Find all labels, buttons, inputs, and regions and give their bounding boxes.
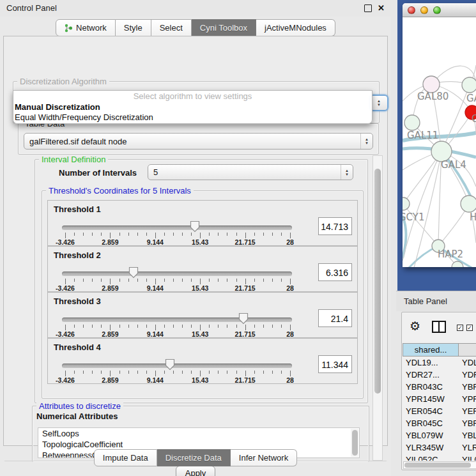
table-cell[interactable]: YBR0 bbox=[459, 417, 476, 429]
table-panel-body: ⚙ ✓ ✓ shared...na YDL19...YDL1YDR27...YD… bbox=[401, 312, 476, 470]
table-cell[interactable]: YIL0 bbox=[459, 454, 476, 461]
checkbox-icon[interactable]: ✓ bbox=[457, 325, 463, 331]
apply-button[interactable]: Apply bbox=[176, 466, 215, 476]
zoom-traffic-light-icon[interactable] bbox=[433, 6, 441, 14]
network-nodes bbox=[403, 76, 476, 267]
network-node[interactable] bbox=[404, 115, 420, 130]
table-data-group: Table Data galFiltered.sif default node … bbox=[18, 123, 379, 155]
table-row[interactable]: YBL079WYBL0 bbox=[403, 429, 476, 441]
network-node-label: GA bbox=[466, 93, 476, 104]
numerical-attributes-label: Numerical Attributes bbox=[36, 411, 118, 421]
algorithm-option[interactable]: Manual Discretization bbox=[13, 102, 372, 112]
threshold-slider-track[interactable] bbox=[62, 318, 292, 322]
table-cell[interactable]: YLR3 bbox=[459, 441, 476, 454]
tab-style[interactable]: Style bbox=[116, 19, 151, 36]
scrollbar-thumb[interactable] bbox=[404, 463, 471, 468]
tab-jactivemnodules[interactable]: jActiveMNodules bbox=[256, 19, 335, 36]
table-hscrollbar[interactable] bbox=[403, 461, 476, 469]
table-cell[interactable]: YDR2 bbox=[459, 369, 476, 381]
table-data-combo[interactable]: galFiltered.sif default node ▲▼ bbox=[24, 133, 373, 150]
table-cell[interactable]: YLR345W bbox=[403, 441, 459, 454]
table-row[interactable]: YIL052CYIL0 bbox=[403, 454, 476, 461]
columns-icon[interactable] bbox=[432, 321, 446, 333]
network-node-label: C bbox=[472, 113, 476, 125]
table-cell[interactable]: YDR27... bbox=[403, 369, 459, 381]
table-row[interactable]: YDL19...YDL1 bbox=[403, 357, 476, 369]
table-data-combo-value: galFiltered.sif default node bbox=[24, 137, 360, 146]
threshold-panel: Threshold 4-3.4262.8599.14415.4321.71528… bbox=[47, 338, 358, 384]
table-row[interactable]: YLR345WYLR3 bbox=[403, 441, 476, 454]
table-cell[interactable]: YBR045C bbox=[403, 417, 459, 429]
table-row[interactable]: YDR27...YDR2 bbox=[403, 369, 476, 381]
number-of-intervals-combo[interactable]: 5 ▲▼ bbox=[148, 164, 353, 180]
threshold-slider-track[interactable] bbox=[62, 226, 292, 230]
table-cell[interactable]: YBL0 bbox=[459, 429, 476, 441]
table-cell[interactable]: YPR145W bbox=[403, 393, 459, 405]
tab-label: Network bbox=[76, 20, 107, 36]
tab-discretize-data[interactable]: Discretize Data bbox=[157, 449, 231, 466]
threshold-value-field[interactable]: 21.4 bbox=[318, 309, 352, 327]
cyni-toolbox-content: Discretization Algorithm ▲▼ Select algor… bbox=[3, 36, 388, 446]
table-cell[interactable]: YDL1 bbox=[459, 357, 476, 369]
close-traffic-light-icon[interactable] bbox=[408, 6, 415, 14]
close-panel-icon[interactable]: ✕ bbox=[378, 5, 385, 12]
threshold-slider-thumb[interactable] bbox=[238, 312, 249, 325]
tab-network[interactable]: Network bbox=[56, 19, 116, 36]
threshold-slider-thumb[interactable] bbox=[165, 358, 175, 371]
algorithm-placeholder-option: Select algorithm to view settings bbox=[13, 91, 372, 102]
table-row[interactable]: YBR043CYBR0 bbox=[403, 381, 476, 393]
network-node-label: GAL80 bbox=[417, 91, 449, 102]
threshold-slider-thumb[interactable] bbox=[128, 266, 139, 279]
settings-scrollbar[interactable] bbox=[372, 155, 383, 461]
table-row[interactable]: YPR145WYPR1 bbox=[403, 393, 476, 405]
scrollbar-thumb[interactable] bbox=[374, 169, 381, 394]
float-window-icon[interactable] bbox=[364, 4, 372, 12]
tab-cyni-toolbox[interactable]: Cyni Toolbox bbox=[192, 19, 256, 36]
threshold-value-field[interactable]: 11.344 bbox=[318, 355, 352, 373]
tab-label: Discretize Data bbox=[165, 450, 222, 466]
threshold-value-field[interactable]: 6.316 bbox=[318, 263, 352, 281]
column-header[interactable]: na bbox=[459, 343, 476, 357]
table-cell[interactable]: YER054C bbox=[403, 405, 459, 417]
network-node[interactable] bbox=[461, 196, 476, 212]
tab-select[interactable]: Select bbox=[151, 19, 192, 36]
network-node[interactable] bbox=[403, 197, 410, 210]
gear-icon[interactable]: ⚙ bbox=[410, 320, 420, 333]
table-cell[interactable]: YER0 bbox=[459, 405, 476, 417]
minimize-traffic-light-icon[interactable] bbox=[420, 6, 428, 14]
threshold-label: Threshold 3 bbox=[54, 296, 101, 306]
table-cell[interactable]: YDL19... bbox=[403, 357, 459, 369]
threshold-slider-track[interactable] bbox=[62, 364, 292, 368]
threshold-panel: Threshold 3-3.4262.8599.14415.4321.71528… bbox=[47, 292, 358, 338]
threshold-slider-thumb[interactable] bbox=[190, 220, 200, 233]
algorithm-option[interactable]: Equal Width/Frequency Discretization bbox=[13, 112, 372, 123]
slider-tick-labels: -3.4262.8599.14415.4321.71528 bbox=[48, 284, 358, 292]
tab-label: Impute Data bbox=[103, 450, 148, 466]
table-cell[interactable]: YBL079W bbox=[403, 429, 459, 441]
table-cell[interactable]: YBR043C bbox=[403, 381, 459, 393]
slider-tick-labels: -3.4262.8599.14415.4321.71528 bbox=[48, 238, 358, 246]
table-row[interactable]: YER054CYER0 bbox=[403, 405, 476, 417]
tab-impute-data[interactable]: Impute Data bbox=[94, 449, 157, 466]
column-header[interactable]: shared... bbox=[403, 343, 459, 357]
checkbox-icon[interactable]: ✓ bbox=[466, 325, 473, 331]
threshold-value-field[interactable]: 14.713 bbox=[318, 217, 352, 235]
network-canvas[interactable]: GAL80GACGAL11GAL4GCY1HHAP2 bbox=[403, 18, 476, 267]
slider-tick-labels: -3.4262.8599.14415.4321.71528 bbox=[48, 330, 358, 338]
table-cell[interactable]: YPR1 bbox=[459, 393, 476, 405]
threshold-slider-track[interactable] bbox=[62, 272, 292, 276]
network-node-label: GCY1 bbox=[403, 211, 425, 223]
table-row[interactable]: YBR045CYBR0 bbox=[403, 417, 476, 429]
threshold-label: Threshold 2 bbox=[54, 250, 101, 260]
control-panel-titlebar: Control Panel ✕ bbox=[0, 0, 391, 17]
table-rows: YDL19...YDL1YDR27...YDR2YBR043CYBR0YPR14… bbox=[403, 357, 476, 461]
network-node[interactable] bbox=[462, 77, 476, 93]
table-cell[interactable]: YIL052C bbox=[403, 454, 459, 461]
attribute-list-item[interactable]: TopologicalCoefficient bbox=[38, 439, 359, 450]
attribute-list-item[interactable]: SelfLoops bbox=[38, 428, 359, 439]
table-cell[interactable]: YBR0 bbox=[459, 381, 476, 393]
algorithm-dropdown-popup: Select algorithm to view settings Manual… bbox=[13, 90, 372, 124]
tab-infer-network[interactable]: Infer Network bbox=[231, 449, 297, 466]
network-window-titlebar[interactable] bbox=[403, 3, 476, 17]
tab-label: Style bbox=[124, 20, 142, 36]
